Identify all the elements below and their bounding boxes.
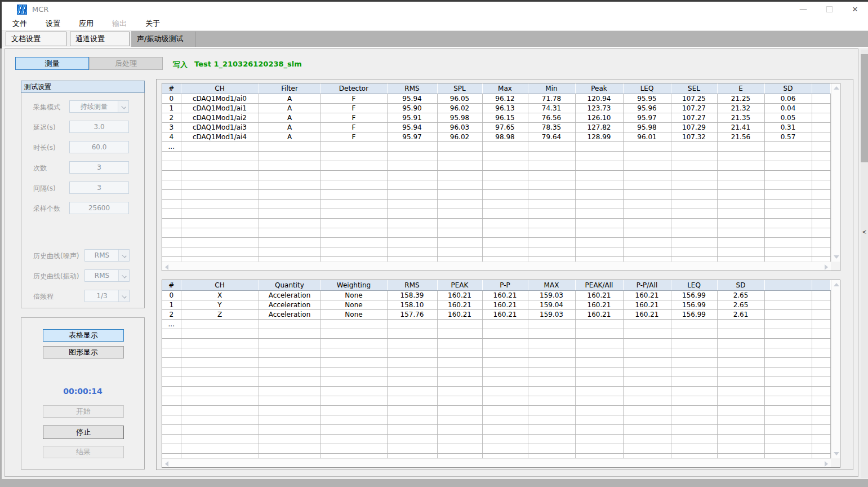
minimize-button[interactable]: — [790, 2, 816, 17]
field-count: 次数 3 [21, 161, 144, 174]
vertical-scrollbar[interactable] [831, 83, 840, 262]
table-cell: 95.98 [623, 122, 671, 132]
table-cell [181, 329, 259, 338]
acquisition-mode-dropdown[interactable]: 持续测量 [69, 100, 129, 113]
table-row[interactable]: ... [162, 319, 831, 329]
table-cell [181, 348, 259, 357]
table-row[interactable]: 1YAccelerationNone158.10160.21160.21159.… [162, 300, 831, 309]
table-cell: 95.97 [623, 113, 671, 122]
table-cell [671, 396, 717, 405]
table-row[interactable]: 0cDAQ1Mod1/ai0AF95.9496.0596.1271.78120.… [162, 94, 831, 103]
table-empty-row [162, 218, 831, 228]
table-cell [321, 161, 387, 170]
table-row[interactable]: 3cDAQ1Mod1/ai3AF95.9496.0397.6578.35127.… [162, 122, 831, 132]
column-header [764, 280, 812, 290]
scroll-right-icon[interactable] [825, 264, 828, 270]
octave-dropdown[interactable]: 1/3 [84, 290, 130, 302]
table-cell [321, 209, 387, 218]
table-cell: 160.21 [623, 290, 671, 300]
table-cell [623, 434, 671, 444]
table-row[interactable]: 2cDAQ1Mod1/ai2AF95.9195.9896.1576.56126.… [162, 113, 831, 122]
table-row[interactable]: 1cDAQ1Mod1/ai1AF95.9096.0296.1374.31123.… [162, 103, 831, 113]
menu-item-application[interactable]: 应用 [76, 17, 96, 30]
table-cell [623, 444, 671, 453]
table-cell: 2.65 [717, 290, 764, 300]
table-cell [575, 424, 623, 434]
duration-input[interactable]: 60.0 [69, 141, 129, 153]
table-cell: 160.21 [482, 300, 528, 309]
table-row[interactable]: 2ZAccelerationNone157.76160.21160.21159.… [162, 309, 831, 319]
column-header: CH [181, 280, 259, 290]
table-cell [259, 218, 321, 228]
close-button[interactable]: ✕ [842, 2, 868, 17]
tab-sound-vibration-test[interactable]: 声/振动级测试 [133, 32, 196, 47]
scroll-left-icon[interactable] [165, 461, 168, 467]
menu-item-settings[interactable]: 设置 [43, 17, 63, 30]
table-cell [162, 386, 181, 396]
table-empty-row [162, 348, 831, 357]
interval-input[interactable]: 3 [69, 181, 129, 194]
tab-channel-settings[interactable]: 通道设置 [70, 32, 130, 46]
table-cell [482, 247, 528, 256]
table-cell [764, 415, 812, 424]
menu-item-file[interactable]: 文件 [10, 17, 30, 30]
menu-item-about[interactable]: 关于 [143, 17, 163, 30]
table-cell: 95.95 [623, 94, 671, 103]
table-cell [162, 209, 181, 218]
history-curve-vibration-dropdown[interactable]: RMS [84, 269, 130, 282]
table-cell [482, 256, 528, 262]
scroll-down-icon[interactable] [834, 255, 839, 259]
table-cell: 107.27 [671, 113, 717, 122]
table-cell: 0.31 [764, 122, 812, 132]
table-row[interactable]: ... [162, 141, 831, 151]
table-cell: 128.99 [575, 132, 623, 141]
scroll-left-icon[interactable] [165, 264, 168, 270]
tab-document-settings[interactable]: 文档设置 [6, 32, 66, 46]
table-cell [671, 329, 717, 338]
scroll-up-icon[interactable] [834, 86, 839, 90]
collapse-panel-button[interactable]: < [861, 229, 868, 235]
sample-count-input[interactable]: 25600 [69, 202, 129, 214]
table-cell [259, 161, 321, 170]
horizontal-scrollbar[interactable] [162, 262, 831, 271]
history-curve-noise-dropdown[interactable]: RMS [84, 249, 130, 262]
measure-button[interactable]: 测量 [15, 57, 89, 70]
field-label: 历史曲线(噪声) [33, 251, 79, 261]
table-cell [764, 309, 812, 319]
maximize-icon [826, 6, 833, 12]
table-cell [482, 434, 528, 444]
table-cell [437, 237, 482, 247]
table-display-button[interactable]: 表格显示 [43, 329, 124, 342]
table-cell: ... [162, 319, 181, 329]
column-header: LEQ [623, 83, 671, 94]
table-cell [321, 228, 387, 237]
table-cell: 95.98 [437, 113, 482, 122]
scroll-up-icon[interactable] [834, 283, 839, 286]
table-empty-row [162, 189, 831, 199]
table-cell [764, 247, 812, 256]
field-label: 采集模式 [33, 103, 60, 112]
field-label: 间隔(s) [33, 184, 56, 193]
table-cell [528, 424, 575, 434]
table-cell [482, 189, 528, 199]
table-empty-row [162, 424, 831, 434]
scroll-down-icon[interactable] [834, 452, 839, 455]
scroll-right-icon[interactable] [825, 461, 828, 467]
delay-input[interactable]: 3.0 [69, 121, 129, 133]
table-cell [528, 218, 575, 228]
horizontal-scrollbar[interactable] [162, 458, 831, 467]
table-cell [162, 237, 181, 247]
count-input[interactable]: 3 [69, 161, 129, 174]
table-cell [259, 141, 321, 151]
graph-display-button[interactable]: 图形显示 [43, 346, 124, 358]
table-cell [181, 199, 259, 209]
vertical-scrollbar[interactable] [831, 280, 840, 458]
splitter-scroll-thumb[interactable] [861, 54, 868, 162]
column-header: E [717, 83, 764, 94]
maximize-button[interactable] [816, 2, 842, 17]
table-row[interactable]: 4cDAQ1Mod1/ai4AF95.9796.0298.9879.64128.… [162, 132, 831, 141]
table-row[interactable]: 0XAccelerationNone158.39160.21160.21159.… [162, 290, 831, 300]
column-header: LEQ [671, 280, 717, 290]
elapsed-timer: 00:00:14 [21, 387, 144, 396]
stop-button[interactable]: 停止 [43, 426, 124, 439]
